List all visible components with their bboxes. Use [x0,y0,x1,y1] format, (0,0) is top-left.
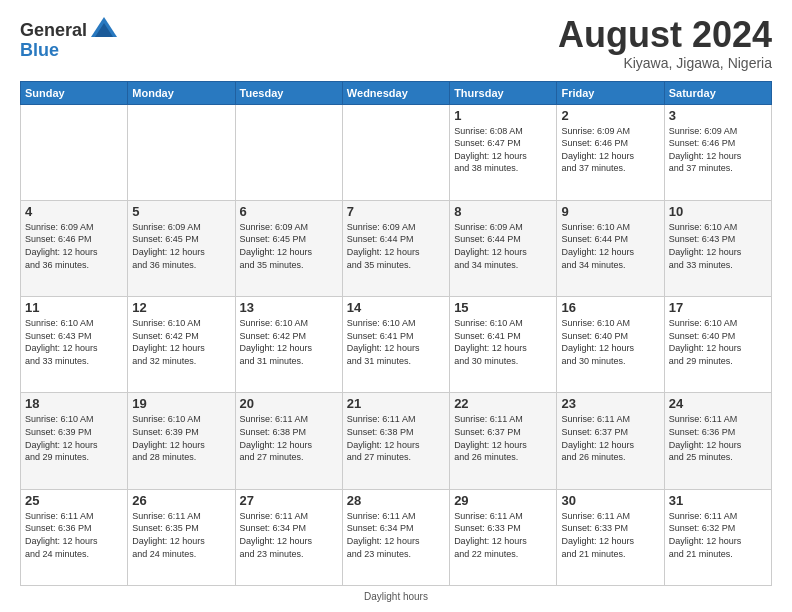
calendar-cell: 31Sunrise: 6:11 AM Sunset: 6:32 PM Dayli… [664,489,771,585]
calendar-cell [21,104,128,200]
calendar-header-row: SundayMondayTuesdayWednesdayThursdayFrid… [21,81,772,104]
day-info: Sunrise: 6:11 AM Sunset: 6:33 PM Dayligh… [561,510,659,560]
calendar-table: SundayMondayTuesdayWednesdayThursdayFrid… [20,81,772,586]
day-info: Sunrise: 6:11 AM Sunset: 6:36 PM Dayligh… [669,413,767,463]
day-number: 27 [240,493,338,508]
day-info: Sunrise: 6:09 AM Sunset: 6:45 PM Dayligh… [132,221,230,271]
day-info: Sunrise: 6:10 AM Sunset: 6:43 PM Dayligh… [669,221,767,271]
calendar-cell: 3Sunrise: 6:09 AM Sunset: 6:46 PM Daylig… [664,104,771,200]
day-number: 9 [561,204,659,219]
day-info: Sunrise: 6:11 AM Sunset: 6:38 PM Dayligh… [240,413,338,463]
calendar-cell: 23Sunrise: 6:11 AM Sunset: 6:37 PM Dayli… [557,393,664,489]
day-number: 31 [669,493,767,508]
day-number: 7 [347,204,445,219]
header: General Blue August 2024 Kiyawa, Jigawa,… [20,15,772,71]
day-number: 23 [561,396,659,411]
calendar-cell: 11Sunrise: 6:10 AM Sunset: 6:43 PM Dayli… [21,297,128,393]
day-number: 16 [561,300,659,315]
calendar-cell: 22Sunrise: 6:11 AM Sunset: 6:37 PM Dayli… [450,393,557,489]
day-info: Sunrise: 6:09 AM Sunset: 6:46 PM Dayligh… [669,125,767,175]
location: Kiyawa, Jigawa, Nigeria [558,55,772,71]
calendar-cell: 25Sunrise: 6:11 AM Sunset: 6:36 PM Dayli… [21,489,128,585]
calendar-cell: 16Sunrise: 6:10 AM Sunset: 6:40 PM Dayli… [557,297,664,393]
day-info: Sunrise: 6:11 AM Sunset: 6:33 PM Dayligh… [454,510,552,560]
calendar-cell: 26Sunrise: 6:11 AM Sunset: 6:35 PM Dayli… [128,489,235,585]
day-info: Sunrise: 6:09 AM Sunset: 6:44 PM Dayligh… [454,221,552,271]
day-number: 2 [561,108,659,123]
day-number: 21 [347,396,445,411]
calendar-cell: 14Sunrise: 6:10 AM Sunset: 6:41 PM Dayli… [342,297,449,393]
day-info: Sunrise: 6:10 AM Sunset: 6:42 PM Dayligh… [240,317,338,367]
day-number: 14 [347,300,445,315]
day-header-saturday: Saturday [664,81,771,104]
day-header-sunday: Sunday [21,81,128,104]
day-info: Sunrise: 6:10 AM Sunset: 6:39 PM Dayligh… [25,413,123,463]
day-number: 15 [454,300,552,315]
footer-note: Daylight hours [20,591,772,602]
logo-icon [89,15,119,45]
day-info: Sunrise: 6:09 AM Sunset: 6:44 PM Dayligh… [347,221,445,271]
calendar-cell: 1Sunrise: 6:08 AM Sunset: 6:47 PM Daylig… [450,104,557,200]
day-number: 28 [347,493,445,508]
calendar-cell: 15Sunrise: 6:10 AM Sunset: 6:41 PM Dayli… [450,297,557,393]
day-number: 18 [25,396,123,411]
title-block: August 2024 Kiyawa, Jigawa, Nigeria [558,15,772,71]
day-header-wednesday: Wednesday [342,81,449,104]
calendar-cell: 28Sunrise: 6:11 AM Sunset: 6:34 PM Dayli… [342,489,449,585]
day-number: 12 [132,300,230,315]
day-info: Sunrise: 6:10 AM Sunset: 6:43 PM Dayligh… [25,317,123,367]
calendar-cell: 4Sunrise: 6:09 AM Sunset: 6:46 PM Daylig… [21,200,128,296]
calendar-cell [235,104,342,200]
day-number: 26 [132,493,230,508]
month-title: August 2024 [558,15,772,55]
day-info: Sunrise: 6:09 AM Sunset: 6:46 PM Dayligh… [25,221,123,271]
day-number: 8 [454,204,552,219]
day-info: Sunrise: 6:09 AM Sunset: 6:46 PM Dayligh… [561,125,659,175]
day-info: Sunrise: 6:10 AM Sunset: 6:41 PM Dayligh… [347,317,445,367]
day-number: 5 [132,204,230,219]
calendar-cell: 9Sunrise: 6:10 AM Sunset: 6:44 PM Daylig… [557,200,664,296]
calendar-week-row: 18Sunrise: 6:10 AM Sunset: 6:39 PM Dayli… [21,393,772,489]
calendar-cell: 12Sunrise: 6:10 AM Sunset: 6:42 PM Dayli… [128,297,235,393]
day-info: Sunrise: 6:11 AM Sunset: 6:36 PM Dayligh… [25,510,123,560]
day-info: Sunrise: 6:08 AM Sunset: 6:47 PM Dayligh… [454,125,552,175]
day-info: Sunrise: 6:10 AM Sunset: 6:40 PM Dayligh… [561,317,659,367]
calendar-week-row: 1Sunrise: 6:08 AM Sunset: 6:47 PM Daylig… [21,104,772,200]
day-info: Sunrise: 6:11 AM Sunset: 6:37 PM Dayligh… [454,413,552,463]
calendar-week-row: 11Sunrise: 6:10 AM Sunset: 6:43 PM Dayli… [21,297,772,393]
calendar-cell [342,104,449,200]
calendar-cell: 10Sunrise: 6:10 AM Sunset: 6:43 PM Dayli… [664,200,771,296]
logo-general: General [20,21,87,39]
calendar-cell: 21Sunrise: 6:11 AM Sunset: 6:38 PM Dayli… [342,393,449,489]
day-number: 22 [454,396,552,411]
page: General Blue August 2024 Kiyawa, Jigawa,… [0,0,792,612]
day-number: 17 [669,300,767,315]
calendar-cell: 18Sunrise: 6:10 AM Sunset: 6:39 PM Dayli… [21,393,128,489]
day-info: Sunrise: 6:10 AM Sunset: 6:39 PM Dayligh… [132,413,230,463]
day-number: 3 [669,108,767,123]
day-info: Sunrise: 6:11 AM Sunset: 6:38 PM Dayligh… [347,413,445,463]
day-number: 10 [669,204,767,219]
calendar-cell: 29Sunrise: 6:11 AM Sunset: 6:33 PM Dayli… [450,489,557,585]
day-number: 30 [561,493,659,508]
day-info: Sunrise: 6:11 AM Sunset: 6:34 PM Dayligh… [240,510,338,560]
calendar-cell: 20Sunrise: 6:11 AM Sunset: 6:38 PM Dayli… [235,393,342,489]
day-info: Sunrise: 6:10 AM Sunset: 6:42 PM Dayligh… [132,317,230,367]
day-number: 6 [240,204,338,219]
calendar-cell: 17Sunrise: 6:10 AM Sunset: 6:40 PM Dayli… [664,297,771,393]
day-number: 24 [669,396,767,411]
day-info: Sunrise: 6:10 AM Sunset: 6:41 PM Dayligh… [454,317,552,367]
calendar-cell: 8Sunrise: 6:09 AM Sunset: 6:44 PM Daylig… [450,200,557,296]
day-info: Sunrise: 6:11 AM Sunset: 6:37 PM Dayligh… [561,413,659,463]
day-info: Sunrise: 6:11 AM Sunset: 6:35 PM Dayligh… [132,510,230,560]
day-number: 13 [240,300,338,315]
day-info: Sunrise: 6:09 AM Sunset: 6:45 PM Dayligh… [240,221,338,271]
day-number: 20 [240,396,338,411]
day-number: 1 [454,108,552,123]
day-header-friday: Friday [557,81,664,104]
day-number: 25 [25,493,123,508]
calendar-cell: 13Sunrise: 6:10 AM Sunset: 6:42 PM Dayli… [235,297,342,393]
day-info: Sunrise: 6:11 AM Sunset: 6:34 PM Dayligh… [347,510,445,560]
day-header-tuesday: Tuesday [235,81,342,104]
calendar-week-row: 25Sunrise: 6:11 AM Sunset: 6:36 PM Dayli… [21,489,772,585]
